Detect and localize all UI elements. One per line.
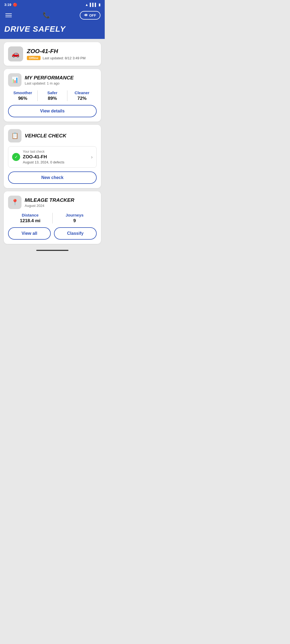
last-check-date: August 13, 2024, 0 defects bbox=[23, 160, 88, 164]
performance-card-header: 📊 MY PERFORMANCE Last updated: 1 m ago bbox=[8, 73, 97, 87]
safer-metric: Safer 89% bbox=[38, 90, 67, 101]
chevron-right-icon: › bbox=[91, 154, 93, 160]
vehicle-plate: ZOO-41-FH bbox=[27, 48, 86, 55]
status-left: 3:19 🔴 bbox=[4, 3, 17, 7]
performance-metrics-row: Smoother 96% Safer 89% Cleaner 72% bbox=[8, 90, 97, 101]
new-check-button[interactable]: New check bbox=[8, 171, 97, 184]
hamburger-line-1 bbox=[5, 13, 12, 14]
journeys-value: 9 bbox=[73, 218, 76, 224]
performance-title: MY PERFORMANCE bbox=[25, 75, 74, 81]
hamburger-line-2 bbox=[5, 15, 12, 16]
vehicle-check-title-block: VEHICLE CHECK bbox=[25, 133, 66, 139]
vehicle-card: 🚗 ZOO-41-FH Offline Last updated: 8/12 3… bbox=[4, 42, 101, 66]
vehicle-check-title: VEHICLE CHECK bbox=[25, 133, 66, 139]
chart-icon: 📊 bbox=[11, 76, 19, 83]
title-bar: DRIVE SAFELY bbox=[0, 24, 105, 39]
home-bar bbox=[36, 250, 68, 251]
app-header: 📞 👁 OFF bbox=[0, 8, 105, 24]
performance-icon: 📊 bbox=[8, 73, 21, 87]
mileage-tracker-card: 📍 MILEAGE TRACKER August 2024 Distance 1… bbox=[4, 191, 101, 244]
vehicle-car-icon: 🚗 bbox=[12, 50, 20, 58]
location-pin-icon: 📍 bbox=[11, 199, 19, 206]
tracking-label: OFF bbox=[89, 13, 96, 17]
eye-icon: 👁 bbox=[84, 13, 88, 17]
clipboard-icon: 📋 bbox=[11, 132, 19, 139]
home-indicator bbox=[0, 247, 105, 253]
performance-card: 📊 MY PERFORMANCE Last updated: 1 m ago S… bbox=[4, 69, 101, 122]
mileage-title-block: MILEAGE TRACKER August 2024 bbox=[25, 197, 74, 208]
safer-value: 89% bbox=[48, 96, 57, 101]
wifi-icon: ▲ bbox=[85, 3, 88, 7]
vehicle-last-updated: Last updated: 8/12 3:49 PM bbox=[43, 56, 86, 60]
cleaner-label: Cleaner bbox=[75, 90, 89, 95]
cleaner-value: 72% bbox=[77, 96, 86, 101]
main-content: 🚗 ZOO-41-FH Offline Last updated: 8/12 3… bbox=[0, 39, 105, 247]
time-display: 3:19 bbox=[4, 3, 11, 7]
journeys-metric: Journeys 9 bbox=[53, 213, 97, 224]
mileage-title: MILEAGE TRACKER bbox=[25, 197, 74, 203]
vehicle-info: ZOO-41-FH Offline Last updated: 8/12 3:4… bbox=[27, 48, 86, 60]
hamburger-line-3 bbox=[5, 17, 12, 17]
smoother-metric: Smoother 96% bbox=[8, 90, 37, 101]
mileage-subtitle: August 2024 bbox=[25, 204, 74, 208]
last-check-label: Your last check bbox=[23, 150, 88, 153]
mileage-btn-row: View all Classify bbox=[8, 227, 97, 240]
signal-icon: ▌▌▌ bbox=[90, 3, 97, 7]
app-title: DRIVE SAFELY bbox=[4, 24, 100, 34]
smoother-value: 96% bbox=[18, 96, 27, 101]
vehicle-check-card: 📋 VEHICLE CHECK ✓ Your last check ZOO-41… bbox=[4, 125, 101, 188]
view-all-button[interactable]: View all bbox=[8, 227, 51, 240]
classify-button[interactable]: Classify bbox=[54, 227, 97, 240]
mileage-card-header: 📍 MILEAGE TRACKER August 2024 bbox=[8, 196, 97, 209]
cleaner-metric: Cleaner 72% bbox=[67, 90, 97, 101]
vehicle-check-header: 📋 VEHICLE CHECK bbox=[8, 129, 97, 142]
last-check-plate: ZOO-41-FH bbox=[23, 154, 88, 160]
phone-button[interactable]: 📞 bbox=[43, 12, 50, 19]
vehicle-icon: 🚗 bbox=[8, 46, 23, 61]
last-check-content: Your last check ZOO-41-FH August 13, 202… bbox=[23, 150, 88, 164]
hamburger-menu-button[interactable] bbox=[4, 12, 13, 18]
vehicle-check-icon: 📋 bbox=[8, 129, 21, 142]
view-details-button[interactable]: View details bbox=[8, 105, 97, 117]
distance-metric: Distance 1218.4 mi bbox=[8, 213, 52, 224]
notification-dot: 🔴 bbox=[13, 3, 17, 7]
vehicle-status-row: Offline Last updated: 8/12 3:49 PM bbox=[27, 56, 86, 60]
tracking-toggle-button[interactable]: 👁 OFF bbox=[80, 11, 100, 20]
offline-badge: Offline bbox=[27, 56, 41, 60]
battery-icon: ▮ bbox=[99, 3, 100, 7]
smoother-label: Smoother bbox=[13, 90, 32, 95]
distance-value: 1218.4 mi bbox=[20, 218, 41, 224]
last-check-box[interactable]: ✓ Your last check ZOO-41-FH August 13, 2… bbox=[8, 146, 97, 168]
mileage-icon: 📍 bbox=[8, 196, 21, 209]
mileage-metrics-row: Distance 1218.4 mi Journeys 9 bbox=[8, 213, 97, 224]
check-status-icon: ✓ bbox=[12, 153, 20, 161]
distance-label: Distance bbox=[22, 213, 39, 217]
safer-label: Safer bbox=[47, 90, 57, 95]
performance-subtitle: Last updated: 1 m ago bbox=[25, 81, 74, 85]
performance-title-block: MY PERFORMANCE Last updated: 1 m ago bbox=[25, 75, 74, 85]
journeys-label: Journeys bbox=[66, 213, 84, 217]
status-bar: 3:19 🔴 ▲ ▌▌▌ ▮ bbox=[0, 0, 105, 8]
status-right: ▲ ▌▌▌ ▮ bbox=[85, 3, 100, 7]
